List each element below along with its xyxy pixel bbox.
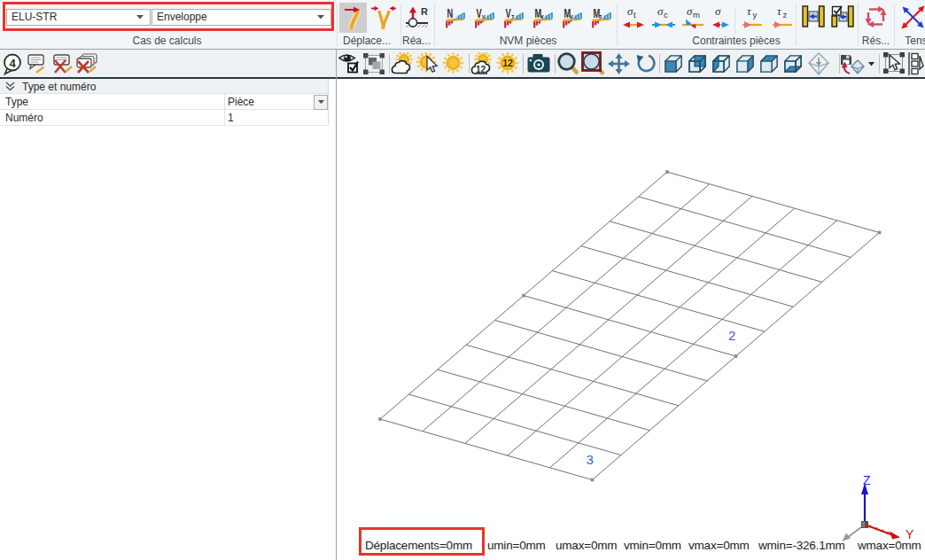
svg-text:3: 3 [587,452,594,467]
svg-text:Z: Z [863,473,871,487]
svg-text:2: 2 [728,328,735,343]
